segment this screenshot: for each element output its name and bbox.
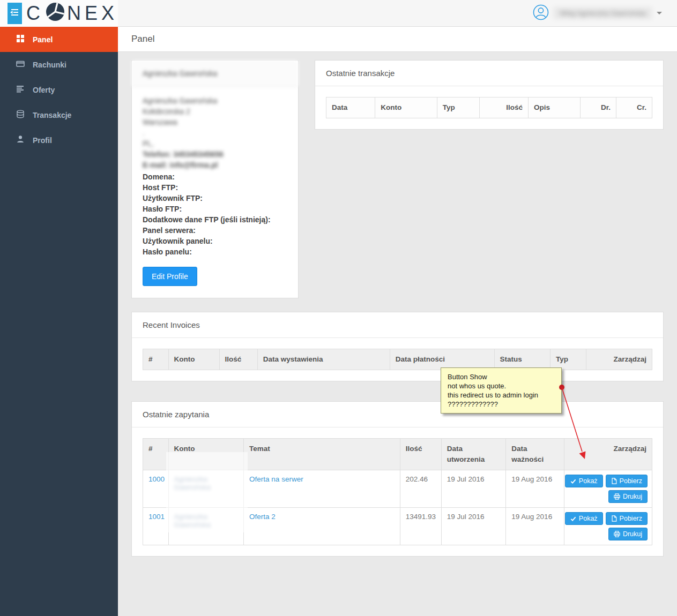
- download-button[interactable]: Pobierz: [606, 512, 648, 525]
- brand-letters-nex: NEX: [67, 4, 118, 23]
- transactions-panel: Ostatnie transakcje Data Konto Typ: [315, 60, 664, 130]
- field-haslo-ftp: Hasło FTP:: [143, 204, 287, 214]
- profile-server-fields: Domena: Host FTP: Użytkownik FTP: Hasło …: [143, 171, 287, 257]
- col-data-platnosci: Data płatności: [390, 349, 494, 370]
- col-konto: Konto: [168, 439, 244, 470]
- inquiries-table: # Konto Temat Ilość Data utworzenia Data…: [143, 438, 652, 545]
- inquiry-temat-link[interactable]: Oferta 2: [249, 513, 276, 521]
- database-icon: [16, 110, 25, 120]
- menu-icon: [9, 6, 20, 20]
- print-button[interactable]: Drukuj: [608, 528, 648, 540]
- inquiry-valid: 19 Aug 2016: [506, 470, 564, 508]
- col-konto: Konto: [168, 349, 219, 370]
- printer-icon: [614, 531, 620, 537]
- transactions-title: Ostatnie transakcje: [315, 61, 663, 86]
- col-opis: Opis: [528, 97, 580, 118]
- col-id: #: [143, 439, 169, 470]
- profile-address-blurred: Agnieszka Gawrońska Kołobrzeska 2 Warsza…: [143, 95, 287, 170]
- user-avatar-icon: [533, 4, 549, 22]
- pdf-file-icon: [611, 515, 617, 522]
- field-haslo-panelu: Hasło panelu:: [143, 246, 287, 257]
- profile-name-blurred: Agnieszka Gawrońska: [132, 61, 298, 87]
- transactions-table: Data Konto Typ Ilość Opis Dr. Cr.: [326, 97, 652, 118]
- inquiry-created: 19 Jul 2016: [441, 470, 506, 508]
- col-data-waznosci: Data ważności: [506, 439, 564, 470]
- sidebar-label: Rachunki: [33, 61, 66, 69]
- printer-icon: [614, 493, 620, 500]
- field-user-ftp: Użytkownik FTP:: [143, 193, 287, 204]
- check-icon: [570, 478, 576, 484]
- annotation-note: Button Show not whos us quote. this redi…: [441, 367, 562, 414]
- col-status: Status: [494, 349, 550, 370]
- sidebar-item-rachunki[interactable]: Rachunki: [0, 52, 118, 77]
- edit-profile-button[interactable]: Edit Profile: [143, 267, 197, 286]
- sidebar-item-transakcje[interactable]: Transakcje: [0, 102, 118, 127]
- col-typ: Typ: [437, 97, 479, 118]
- sidebar-item-profil[interactable]: Profil: [0, 127, 118, 153]
- col-dr: Dr.: [581, 97, 616, 118]
- profile-card: Agnieszka Gawrońska Agnieszka Gawrońska …: [131, 60, 299, 298]
- field-user-panelu: Użytkownik panelu:: [143, 236, 287, 246]
- header-user-area: Witaj Agnieszka Gawrońska: [118, 0, 677, 27]
- credit-card-icon: [16, 59, 25, 70]
- brand-o-shutter-icon: [44, 1, 66, 26]
- col-cr: Cr.: [616, 97, 652, 118]
- col-id: #: [143, 349, 169, 370]
- col-data-wystawienia: Data wystawienia: [257, 349, 390, 370]
- col-data: Data: [326, 97, 375, 118]
- field-dodatkowe: Dodatkowe dane FTP (jeśli istnieją):: [143, 214, 287, 225]
- inquiry-row: 1000 Agnieszka Gawrońska Oferta na serwe…: [143, 470, 652, 508]
- sidebar-toggle-button[interactable]: [8, 3, 22, 24]
- inquiry-konto-blurred: Agnieszka Gawrońska: [174, 513, 211, 529]
- invoices-table: # Konto Ilość Data wystawienia Data płat…: [143, 349, 652, 370]
- main-area: Panel Agnieszka Gawrońska Agnieszka Gawr…: [118, 27, 677, 616]
- col-ilosc: Ilość: [400, 439, 441, 470]
- sidebar-item-panel[interactable]: Panel: [0, 27, 118, 52]
- col-zarzadzaj: Zarządzaj: [586, 349, 652, 370]
- print-button[interactable]: Drukuj: [608, 490, 648, 503]
- user-dropdown[interactable]: Witaj Agnieszka Gawrońska: [533, 4, 662, 22]
- col-konto: Konto: [375, 97, 437, 118]
- col-typ: Typ: [550, 349, 586, 370]
- inquiry-valid: 19 Aug 2016: [506, 508, 564, 545]
- table-header-row: # Konto Ilość Data wystawienia Data płat…: [143, 349, 652, 370]
- sidebar-label: Transakcje: [33, 111, 71, 119]
- table-header-row: Data Konto Typ Ilość Opis Dr. Cr.: [326, 97, 652, 118]
- user-name-blurred: Witaj Agnieszka Gawrońska: [553, 7, 652, 19]
- table-header-row: # Konto Temat Ilość Data utworzenia Data…: [143, 439, 652, 470]
- col-ilosc: Ilość: [479, 97, 528, 118]
- download-button[interactable]: Pobierz: [606, 475, 648, 487]
- field-host-ftp: Host FTP:: [143, 182, 287, 193]
- inquiry-row: 1001 Agnieszka Gawrońska Oferta 2 13491.…: [143, 508, 652, 545]
- show-button[interactable]: Pokaż: [565, 475, 603, 487]
- invoices-panel: Recent Invoices # Konto Ilość Data wysta…: [131, 312, 664, 381]
- field-domena: Domena:: [143, 171, 287, 182]
- top-header: C NEX: [0, 0, 677, 27]
- note-line: not whos us quote.: [448, 381, 555, 390]
- dashboard-grid-icon: [16, 34, 25, 44]
- inquiry-konto-blurred: Agnieszka Gawrońska: [174, 475, 211, 491]
- col-data-utworzenia: Data utworzenia: [441, 439, 506, 470]
- check-icon: [570, 516, 576, 522]
- inquiry-temat-link[interactable]: Oferta na serwer: [249, 475, 303, 483]
- show-button[interactable]: Pokaż: [565, 512, 603, 525]
- inquiries-panel: Ostatnie zapytania # Konto Temat Ilość D…: [131, 401, 664, 557]
- person-icon: [16, 135, 25, 145]
- note-line: ?????????????: [448, 400, 555, 409]
- sidebar-label: Oferty: [33, 86, 55, 94]
- inquiry-id-link[interactable]: 1001: [148, 513, 165, 521]
- col-temat: Temat: [244, 439, 400, 470]
- inquiry-id-link[interactable]: 1000: [148, 475, 165, 483]
- field-panel-serwera: Panel serwera:: [143, 225, 287, 236]
- note-line: this redirect us to admin login: [448, 390, 555, 400]
- brand-logo[interactable]: C NEX: [26, 1, 118, 26]
- pdf-file-icon: [611, 478, 617, 484]
- sidebar-item-oferty[interactable]: Oferty: [0, 77, 118, 102]
- header-brand-area: C NEX: [0, 0, 118, 27]
- inquiry-created: 19 Jul 2016: [441, 508, 506, 545]
- col-zarzadzaj: Zarządzaj: [564, 439, 652, 470]
- list-lines-icon: [16, 85, 25, 95]
- content: Agnieszka Gawrońska Agnieszka Gawrońska …: [118, 52, 677, 570]
- sidebar-label: Profil: [33, 136, 52, 145]
- page-title: Panel: [118, 27, 677, 52]
